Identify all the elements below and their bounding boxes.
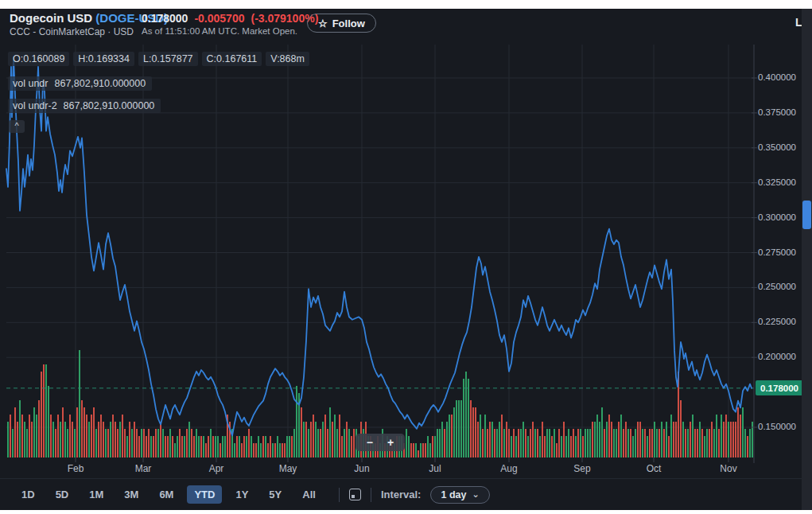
- volume-bar: [160, 422, 161, 458]
- volume-bar: [155, 429, 157, 458]
- volume-bar: [523, 422, 524, 458]
- month-axis-label: Aug: [500, 463, 517, 474]
- volume-bar: [117, 429, 118, 458]
- interval-value: 1 day: [441, 489, 466, 500]
- volume-bar: [43, 364, 45, 458]
- volume-bar: [293, 429, 295, 458]
- range-1m[interactable]: 1M: [82, 485, 111, 504]
- volume-bar: [711, 422, 713, 458]
- volume-bar: [181, 436, 183, 458]
- volume-bar: [635, 429, 636, 458]
- range-1d[interactable]: 1D: [14, 485, 42, 504]
- volume-bar: [418, 450, 419, 458]
- range-all[interactable]: All: [295, 485, 323, 504]
- volume-bar: [105, 429, 107, 458]
- volume-bar: [685, 429, 686, 458]
- volume-bar: [265, 436, 266, 458]
- volume-bar: [630, 429, 631, 458]
- price-axis-label: 0.200000: [758, 352, 796, 361]
- volume-bar: [336, 429, 338, 458]
- volume-bar: [654, 422, 655, 458]
- volume-bar: [107, 429, 109, 458]
- volume-bar: [62, 407, 64, 458]
- volume-bar: [704, 436, 705, 458]
- volume-bar: [310, 422, 312, 458]
- volume-bar: [150, 436, 152, 458]
- range-5d[interactable]: 5D: [49, 485, 76, 504]
- volume-bar: [441, 422, 443, 458]
- price-line[interactable]: [6, 57, 752, 436]
- volume-bar: [208, 436, 209, 458]
- range-5y[interactable]: 5Y: [262, 485, 289, 504]
- volume-bar: [573, 429, 574, 458]
- volume-bar: [742, 407, 744, 458]
- volume-bar: [344, 429, 345, 458]
- volume-bar: [217, 436, 219, 458]
- volume-bar: [491, 422, 493, 458]
- volume-bar: [193, 436, 195, 458]
- volume-bar: [253, 443, 254, 458]
- volume-bar: [64, 422, 66, 458]
- volume-bar: [670, 415, 672, 458]
- volume-bar: [179, 429, 181, 458]
- price-axis-label: 0.225000: [758, 317, 796, 326]
- price-axis-label: 0.400000: [758, 72, 796, 82]
- volume-bar: [501, 415, 503, 458]
- volume-bar: [668, 436, 670, 458]
- range-3m[interactable]: 3M: [117, 485, 146, 504]
- volume-bar: [456, 400, 457, 458]
- volume-bar: [212, 436, 214, 458]
- volume-bar: [210, 429, 212, 458]
- volume-bar: [642, 429, 643, 458]
- volume-bar: [740, 415, 741, 458]
- indicator-row-2[interactable]: vol undr-2867,802,910.000000: [8, 99, 161, 113]
- volume-bar: [513, 429, 515, 458]
- volume-bar: [644, 429, 646, 458]
- volume-bar: [532, 422, 534, 458]
- range-1y[interactable]: 1Y: [228, 485, 255, 504]
- volume-bar: [549, 429, 550, 458]
- volume-bar: [239, 436, 240, 458]
- volume-bar: [410, 443, 412, 458]
- follow-button[interactable]: ☆Follow: [307, 14, 376, 33]
- volume-bar: [737, 407, 739, 458]
- range-toolbar: 1D 5D 1M 3M 6M YTD 1Y 5Y All Interval: 1…: [0, 478, 802, 510]
- ohlc-low: L:0.157877: [138, 52, 198, 66]
- collapse-chevron-icon[interactable]: ^: [9, 120, 25, 133]
- month-axis-label: Nov: [720, 463, 736, 474]
- range-6m[interactable]: 6M: [152, 485, 181, 504]
- volume-bar: [296, 386, 297, 458]
- volume-bar: [661, 422, 662, 458]
- volume-bar: [305, 422, 307, 458]
- scrollbar-thumb[interactable]: [802, 201, 811, 229]
- volume-bar: [17, 422, 18, 458]
- volume-bar: [327, 429, 328, 458]
- scrollbar-track[interactable]: [802, 9, 812, 510]
- volume-bar: [12, 429, 14, 458]
- volume-bar: [346, 422, 348, 458]
- range-ytd[interactable]: YTD: [187, 485, 222, 504]
- volume-bar: [587, 429, 589, 458]
- zoom-in-button[interactable]: +: [384, 434, 397, 450]
- volume-bar: [565, 436, 567, 458]
- volume-bar: [258, 436, 259, 458]
- interval-dropdown[interactable]: 1 day ⌄: [430, 486, 489, 504]
- volume-bar: [446, 422, 448, 458]
- volume-bar: [589, 429, 591, 458]
- volume-bar: [475, 407, 476, 458]
- volume-bar: [709, 429, 710, 458]
- volume-bar: [222, 436, 223, 458]
- calendar-icon[interactable]: [349, 489, 361, 500]
- zoom-out-button[interactable]: −: [363, 434, 376, 450]
- volume-bar: [716, 415, 717, 458]
- volume-bar: [718, 429, 720, 458]
- volume-bar: [639, 422, 641, 458]
- volume-bar: [725, 415, 727, 458]
- volume-bar: [503, 429, 505, 458]
- indicator-row-1[interactable]: vol undr867,802,910.000000: [8, 76, 152, 91]
- price-axis-label: 0.300000: [758, 212, 796, 222]
- volume-bar: [444, 429, 445, 458]
- volume-bar: [134, 422, 135, 458]
- volume-bar: [608, 415, 610, 458]
- volume-bar: [129, 422, 130, 458]
